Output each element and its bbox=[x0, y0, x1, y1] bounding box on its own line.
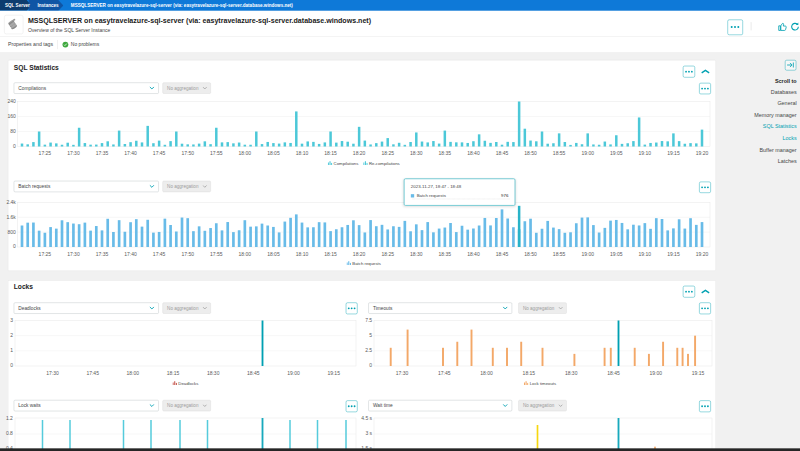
svg-text:18:00: 18:00 bbox=[239, 251, 252, 257]
svg-text:17:45: 17:45 bbox=[153, 251, 166, 257]
svg-text:18:00: 18:00 bbox=[127, 370, 140, 376]
svg-text:0: 0 bbox=[13, 243, 16, 249]
svg-text:18:15: 18:15 bbox=[324, 251, 337, 257]
svg-text:3: 3 bbox=[10, 317, 13, 323]
svg-text:17:25: 17:25 bbox=[39, 251, 52, 257]
svg-text:18:40: 18:40 bbox=[467, 251, 480, 257]
svg-text:17:30: 17:30 bbox=[67, 251, 80, 257]
svg-text:19:05: 19:05 bbox=[610, 150, 623, 156]
svg-text:18:40: 18:40 bbox=[467, 150, 480, 156]
svg-text:19:15: 19:15 bbox=[692, 370, 705, 376]
svg-text:19:10: 19:10 bbox=[639, 251, 652, 257]
svg-text:1.2: 1.2 bbox=[6, 415, 13, 421]
svg-text:18:45: 18:45 bbox=[247, 370, 260, 376]
svg-text:19:00: 19:00 bbox=[287, 370, 300, 376]
svg-text:18:15: 18:15 bbox=[523, 370, 536, 376]
svg-text:0: 0 bbox=[10, 362, 13, 368]
svg-text:160: 160 bbox=[7, 113, 16, 119]
svg-text:2.5: 2.5 bbox=[365, 347, 372, 353]
svg-text:18:15: 18:15 bbox=[167, 370, 180, 376]
svg-text:18:50: 18:50 bbox=[524, 251, 537, 257]
svg-text:18:45: 18:45 bbox=[607, 370, 620, 376]
svg-text:17:30: 17:30 bbox=[396, 370, 409, 376]
svg-text:17:55: 17:55 bbox=[210, 150, 223, 156]
svg-text:19:20: 19:20 bbox=[696, 251, 709, 257]
svg-text:17:30: 17:30 bbox=[46, 370, 59, 376]
svg-text:18:20: 18:20 bbox=[353, 251, 366, 257]
svg-text:18:10: 18:10 bbox=[296, 251, 309, 257]
svg-text:18:25: 18:25 bbox=[381, 150, 394, 156]
svg-text:18:00: 18:00 bbox=[239, 150, 252, 156]
svg-text:18:30: 18:30 bbox=[410, 251, 423, 257]
svg-text:17:40: 17:40 bbox=[124, 150, 137, 156]
svg-text:7.5: 7.5 bbox=[365, 317, 372, 323]
svg-text:19:00: 19:00 bbox=[649, 370, 662, 376]
svg-text:18:45: 18:45 bbox=[496, 150, 509, 156]
svg-text:17:45: 17:45 bbox=[438, 370, 451, 376]
svg-text:17:25: 17:25 bbox=[39, 150, 52, 156]
svg-text:19:10: 19:10 bbox=[639, 150, 652, 156]
svg-text:18:10: 18:10 bbox=[296, 150, 309, 156]
svg-text:17:45: 17:45 bbox=[86, 370, 99, 376]
svg-text:17:35: 17:35 bbox=[96, 251, 109, 257]
svg-text:18:00: 18:00 bbox=[480, 370, 493, 376]
svg-text:18:20: 18:20 bbox=[353, 150, 366, 156]
svg-text:3 s: 3 s bbox=[365, 430, 372, 436]
svg-text:19:20: 19:20 bbox=[696, 150, 709, 156]
svg-text:18:45: 18:45 bbox=[496, 251, 509, 257]
svg-text:19:15: 19:15 bbox=[667, 150, 680, 156]
svg-text:18:30: 18:30 bbox=[410, 150, 423, 156]
svg-text:17:50: 17:50 bbox=[181, 150, 194, 156]
svg-text:18:30: 18:30 bbox=[207, 370, 220, 376]
svg-text:17:40: 17:40 bbox=[124, 251, 137, 257]
svg-text:18:35: 18:35 bbox=[439, 251, 452, 257]
svg-text:19:05: 19:05 bbox=[610, 251, 623, 257]
svg-text:18:05: 18:05 bbox=[267, 251, 280, 257]
svg-text:240: 240 bbox=[7, 98, 16, 104]
svg-text:1: 1 bbox=[10, 347, 13, 353]
svg-text:17:55: 17:55 bbox=[210, 251, 223, 257]
svg-text:18:55: 18:55 bbox=[553, 150, 566, 156]
svg-text:800: 800 bbox=[7, 229, 16, 235]
svg-text:19:00: 19:00 bbox=[581, 150, 594, 156]
svg-text:0: 0 bbox=[13, 143, 16, 149]
svg-text:18:35: 18:35 bbox=[439, 150, 452, 156]
svg-text:19:15: 19:15 bbox=[327, 370, 340, 376]
svg-text:5: 5 bbox=[369, 332, 372, 338]
svg-text:1.6k: 1.6k bbox=[6, 214, 16, 220]
svg-text:17:50: 17:50 bbox=[181, 251, 194, 257]
svg-text:80: 80 bbox=[10, 128, 16, 134]
svg-text:2.4k: 2.4k bbox=[6, 199, 16, 205]
svg-text:19:15: 19:15 bbox=[667, 251, 680, 257]
svg-text:0.8: 0.8 bbox=[6, 430, 13, 436]
svg-text:17:45: 17:45 bbox=[153, 150, 166, 156]
svg-text:19:00: 19:00 bbox=[581, 251, 594, 257]
svg-text:17:35: 17:35 bbox=[96, 150, 109, 156]
svg-text:18:25: 18:25 bbox=[381, 251, 394, 257]
svg-text:2: 2 bbox=[10, 332, 13, 338]
svg-text:18:15: 18:15 bbox=[324, 150, 337, 156]
svg-text:0: 0 bbox=[369, 362, 372, 368]
svg-text:4.5 s: 4.5 s bbox=[361, 415, 372, 421]
svg-text:18:30: 18:30 bbox=[565, 370, 578, 376]
svg-text:18:05: 18:05 bbox=[267, 150, 280, 156]
svg-text:18:55: 18:55 bbox=[553, 251, 566, 257]
svg-text:17:30: 17:30 bbox=[67, 150, 80, 156]
svg-text:18:50: 18:50 bbox=[524, 150, 537, 156]
